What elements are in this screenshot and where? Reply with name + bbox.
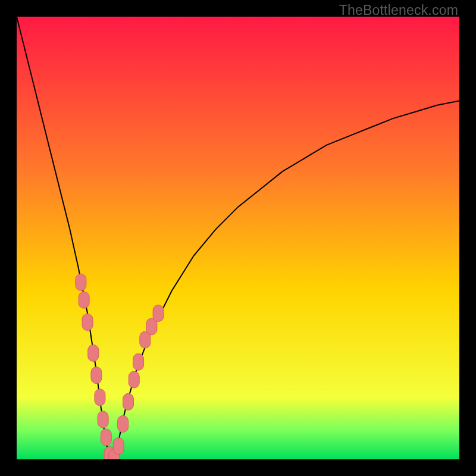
curve-marker	[76, 274, 86, 290]
curve-marker	[98, 411, 108, 428]
gradient-background	[17, 17, 459, 459]
curve-marker	[95, 389, 105, 406]
curve-marker	[123, 393, 134, 410]
watermark-text: TheBottleneck.com	[339, 2, 458, 18]
curve-marker	[118, 416, 129, 433]
curve-marker	[91, 367, 102, 384]
curve-marker	[88, 345, 99, 361]
curve-marker	[82, 314, 93, 330]
plot-frame	[17, 17, 459, 459]
curve-marker	[113, 438, 124, 455]
curve-marker	[101, 429, 111, 446]
curve-marker	[129, 371, 139, 388]
curve-marker	[79, 292, 89, 308]
bottleneck-chart	[17, 17, 459, 459]
curve-marker	[133, 353, 144, 370]
curve-marker	[153, 305, 164, 322]
